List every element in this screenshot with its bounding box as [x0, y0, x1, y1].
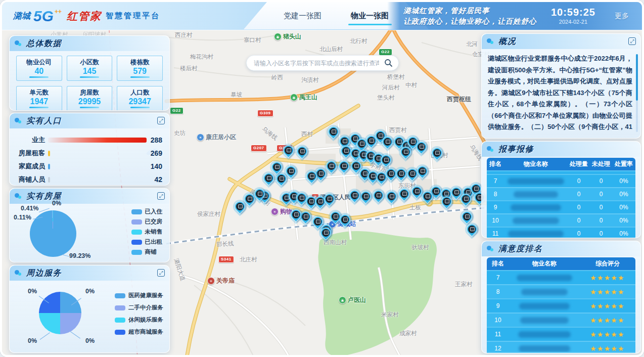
community-map-marker[interactable]: [295, 144, 310, 159]
redacted-property-name: [520, 317, 569, 324]
satisfaction-row[interactable]: 10★★★★★: [487, 313, 635, 327]
poi-label: 卢医山: [348, 296, 366, 304]
redacted-property-name: [513, 217, 559, 224]
pie-label: 0%: [85, 288, 95, 295]
panel-satisfaction: 满意度排名 排名 物业名称 综合评分 7★★★★★8★★★★★9★★★★★10★…: [481, 241, 641, 353]
map-label: 中村: [405, 81, 417, 89]
map-label: 米家村: [381, 311, 399, 319]
community-map-marker[interactable]: [358, 189, 374, 204]
poi-community[interactable]: ▪康庄居小区: [197, 133, 236, 142]
redacted-property-name: [508, 231, 564, 237]
logo-5g-plus: ++: [55, 8, 62, 15]
panel-population: 实有人口 ⤢ 业主288房屋租客269家庭成员140商铺人员42: [9, 113, 170, 186]
community-map-marker[interactable]: [269, 160, 285, 175]
poi-mountain[interactable]: ▲猪头山: [274, 32, 301, 41]
satisfaction-row[interactable]: 8★★★★★: [487, 284, 635, 298]
services-pie-chart: 0% 0% 0% 0% 医药健康服务二手中介服务休闲娱乐服务超市商城服务: [10, 281, 169, 350]
map-label: 楼后村: [180, 65, 198, 72]
overview-scrollbar[interactable]: [636, 54, 638, 132]
search-bar: [246, 55, 399, 71]
satisfaction-row[interactable]: 9★★★★★: [487, 298, 635, 313]
pie-label: 99.23%: [69, 252, 90, 259]
poi-shop[interactable]: ▪购物: [271, 207, 292, 216]
poi-mountain[interactable]: ▲卢医山: [339, 296, 366, 304]
expand-icon[interactable]: ⤢: [157, 192, 165, 200]
repairs-row[interactable]: 8000%: [487, 187, 635, 200]
map-label: 河后村: [382, 84, 400, 92]
road-shield-G22: G22: [170, 107, 183, 114]
mountain-icon: ▲: [274, 33, 282, 40]
clock: 10:59:25 2024-02-21: [551, 7, 595, 25]
road-shield-G22: G22: [379, 49, 392, 56]
poi-temple[interactable]: ▪关帝庙: [207, 277, 235, 285]
stat-box: 楼栋数579: [117, 56, 163, 81]
satisfaction-row[interactable]: 11★★★★★: [487, 327, 635, 341]
logo-brand: 红管家: [67, 9, 102, 23]
repairs-row[interactable]: 7000%: [487, 174, 635, 187]
panel-title: 实有人口: [26, 116, 62, 126]
pie: [39, 292, 81, 334]
redacted-property-name: [517, 275, 572, 281]
community-map-marker[interactable]: [326, 124, 341, 140]
expand-icon[interactable]: ⤢: [628, 37, 636, 45]
panel-icon: [15, 270, 22, 277]
community-map-marker[interactable]: [337, 159, 352, 174]
satisfaction-row[interactable]: 12★★★★★: [487, 341, 635, 352]
star-rating: ★★★★★: [580, 302, 635, 310]
tab-property-map[interactable]: 物业一张图: [351, 11, 389, 21]
pie: [30, 210, 76, 257]
map-label: 西贾枢纽: [447, 95, 471, 104]
logo-5g: 5G: [33, 9, 54, 24]
community-map-marker[interactable]: [324, 159, 339, 174]
search-icon[interactable]: [384, 59, 393, 67]
panel-title: 报事报修: [498, 144, 534, 155]
star-rating: ★★★★★: [580, 345, 635, 352]
repairs-table-header: 排名 物业名称 处理量 未处理 处置率: [487, 158, 635, 170]
poi-mountain[interactable]: ▲禹王山: [290, 93, 317, 102]
pie-label: 0%: [85, 337, 95, 344]
expand-icon[interactable]: ⤢: [157, 117, 165, 124]
repairs-row[interactable]: 11000%: [487, 227, 635, 238]
panel-title: 概况: [498, 36, 516, 47]
repairs-row[interactable]: 10000%: [487, 213, 635, 227]
legend-item: 医药健康服务: [115, 292, 163, 299]
redacted-property-name: [518, 331, 571, 338]
tab-party-map[interactable]: 党建一张图: [284, 11, 321, 21]
mountain-icon: ▲: [339, 296, 346, 304]
community-map-marker[interactable]: [415, 164, 430, 179]
search-input[interactable]: [246, 55, 399, 71]
more-button[interactable]: 更多: [615, 12, 629, 21]
logo-platform-name: 智慧管理平台: [106, 11, 160, 21]
panel-overall-data: 总体数据 物业公司40小区数145楼栋数579单元数1947房屋数29995人口…: [9, 35, 170, 111]
pie-label: 0%: [52, 200, 61, 207]
redacted-property-name: [521, 289, 568, 295]
stat-box: 单元数1947: [16, 86, 62, 111]
star-rating: ★★★★★: [580, 317, 635, 324]
date-display: 2024-02-21: [551, 19, 595, 25]
redacted-property-name: [511, 204, 561, 211]
mountain-icon: ▲: [290, 94, 298, 101]
app-window: G22G22G309G309G207S341小常村问阳坡村西庄村寨口村北山后村北…: [0, 0, 644, 357]
community-map-marker[interactable]: [384, 189, 399, 204]
pie-label: 0%: [28, 337, 37, 344]
panel-title: 周边服务: [26, 268, 62, 279]
community-map-marker[interactable]: [261, 171, 277, 186]
repairs-row[interactable]: 9000%: [487, 200, 635, 213]
expand-icon[interactable]: ⤢: [157, 269, 165, 277]
services-legend: 医药健康服务二手中介服务休闲娱乐服务超市商城服务: [115, 292, 163, 336]
map-label: 土板: [409, 204, 421, 211]
map-label: 西南山村: [324, 239, 347, 246]
community-icon: ▪: [197, 133, 204, 141]
shop-icon: ▪: [271, 208, 279, 215]
population-row: 商铺人员42: [14, 173, 162, 186]
map-label: 梅花沟村: [190, 53, 213, 61]
community-map-marker[interactable]: [459, 209, 475, 225]
community-map-marker[interactable]: [371, 188, 386, 203]
stat-box: 小区数145: [67, 56, 113, 81]
pie-label: 0.41%: [21, 205, 38, 212]
satisfaction-row[interactable]: 7★★★★★: [487, 270, 635, 284]
stat-box: 人口数29347: [117, 86, 163, 111]
panel-overview: 概况 ⤢ 潞城区物业行业党群服务中心成立于2022年6月，建设面积500余平方米…: [481, 33, 641, 139]
map-label: 乌海线: [260, 125, 279, 142]
panel-housing: 实有房屋 ⤢ 0% 0.41% 0.11% 99.23% 已入住已交房未销售已出…: [9, 188, 170, 262]
